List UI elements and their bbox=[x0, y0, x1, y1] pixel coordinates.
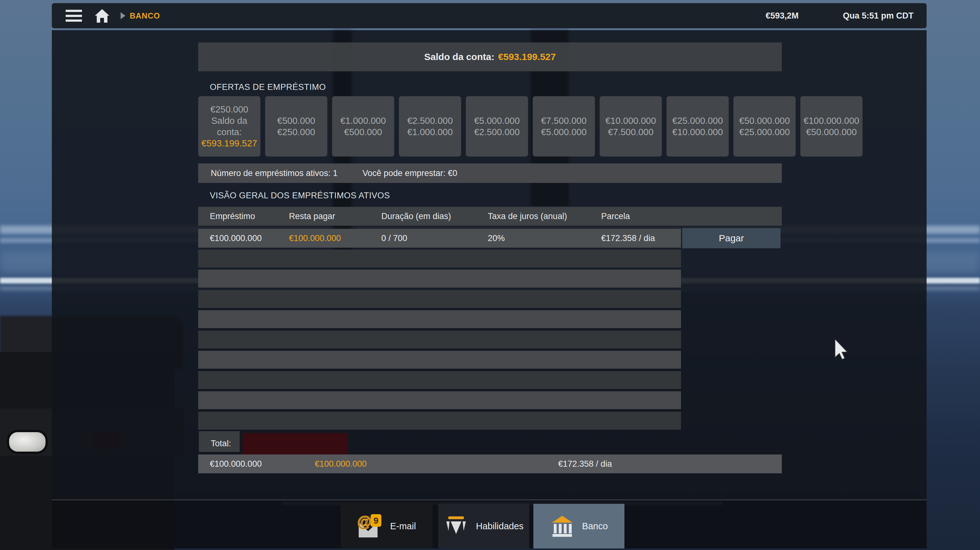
nav-item-bank[interactable]: Banco bbox=[533, 504, 624, 548]
table-row-empty bbox=[198, 391, 681, 409]
loan-offer-amount: €1.000.000 bbox=[334, 115, 392, 126]
bank-icon bbox=[550, 514, 574, 538]
column-header: Duração (em dias) bbox=[381, 207, 451, 226]
loan-offer-amount: €250.000 bbox=[200, 104, 258, 115]
svg-text:@: @ bbox=[358, 513, 371, 530]
loan-offer-amount: €2.500.000 bbox=[401, 115, 459, 126]
email-icon: @ 9 bbox=[358, 513, 383, 539]
column-header: Taxa de juros (anual) bbox=[488, 207, 567, 226]
loan-offer-amount: €50.000.000 bbox=[803, 126, 860, 138]
loan-offer-tile[interactable]: €25.000.000€10.000.000 bbox=[667, 96, 729, 156]
loan-offer-amount: €5.000.000 bbox=[468, 115, 526, 126]
loan-offer-balance-highlight: €593.199.527 bbox=[200, 138, 258, 149]
column-header: Resta pagar bbox=[289, 207, 335, 226]
total-label: Total: bbox=[211, 439, 231, 448]
table-row-empty bbox=[198, 412, 681, 430]
table-row-empty bbox=[198, 290, 681, 308]
nav-label-skills: Habilidades bbox=[476, 521, 523, 531]
nav-item-email[interactable]: @ 9 E-mail bbox=[341, 504, 433, 548]
total-loan-amount: €100.000.000 bbox=[210, 454, 262, 473]
loan-duration: 0 / 700 bbox=[381, 229, 407, 248]
loan-offer-amount: €7.500.000 bbox=[602, 126, 660, 138]
loan-offer-amount: €500.000 bbox=[267, 115, 325, 126]
column-header: Parcela bbox=[601, 207, 630, 226]
totals-row: €100.000.000 €100.000.000 €172.358 / dia bbox=[198, 454, 782, 473]
table-row-empty bbox=[198, 371, 681, 389]
table-row-empty bbox=[198, 331, 681, 349]
active-loans-count: Número de empréstimos ativos: 1 bbox=[211, 163, 338, 183]
loan-offer-amount: €50.000.000 bbox=[736, 115, 794, 126]
interest-rate: 20% bbox=[488, 229, 505, 248]
remaining-amount: €100.000.000 bbox=[289, 229, 341, 248]
loan-offer-tile[interactable]: €2.500.000€1.000.000 bbox=[399, 96, 461, 156]
loan-offer-tile[interactable]: €50.000.000€25.000.000 bbox=[733, 96, 795, 156]
pay-loan-button[interactable]: Pagar bbox=[682, 228, 781, 248]
balance-label: Saldo da conta: bbox=[424, 51, 495, 62]
loan-offer-tile[interactable]: €1.000.000€500.000 bbox=[332, 96, 394, 156]
table-row-empty bbox=[198, 269, 681, 288]
active-loans-title: VISÃO GERAL DOS EMPRÉSTIMOS ATIVOS bbox=[210, 191, 390, 201]
column-header: Empréstimo bbox=[210, 207, 255, 226]
nav-label-bank: Banco bbox=[582, 521, 608, 531]
chevron-right-icon bbox=[121, 12, 125, 19]
loan-offer-tile[interactable]: €5.000.000€2.500.000 bbox=[466, 96, 528, 156]
loan-offer-tile[interactable]: €500.000€250.000 bbox=[265, 96, 327, 156]
table-row: €100.000.000 €100.000.000 0 / 700 20% €1… bbox=[198, 229, 681, 248]
loan-offer-tile[interactable]: €250.000Saldo da conta:€593.199.527 bbox=[198, 96, 260, 156]
balance-value: €593.199.527 bbox=[498, 51, 556, 62]
loan-offers-title: OFERTAS DE EMPRÉSTIMO bbox=[210, 82, 326, 92]
bottom-divider bbox=[52, 499, 927, 501]
mouse-cursor bbox=[834, 338, 854, 366]
email-badge: 9 bbox=[374, 516, 379, 526]
loan-offer-tile[interactable]: €100.000.000€50.000.000 bbox=[800, 96, 862, 156]
nav-item-skills[interactable]: Habilidades bbox=[438, 504, 529, 548]
loan-offer-amount: €500.000 bbox=[334, 126, 392, 138]
borrow-capacity: Você pode emprestar: €0 bbox=[363, 163, 457, 183]
loan-offer-amount: €1.000.000 bbox=[401, 126, 459, 138]
loan-offer-amount: €10.000.000 bbox=[602, 115, 660, 126]
total-daily-installment: €172.358 / dia bbox=[558, 454, 612, 473]
truck-headlight bbox=[7, 430, 48, 454]
loan-offer-amount: €2.500.000 bbox=[468, 126, 526, 138]
loan-status-bar: Número de empréstimos ativos: 1 Você pod… bbox=[198, 163, 782, 183]
loan-offer-amount: €250.000 bbox=[267, 126, 325, 138]
account-money: €593,2M bbox=[751, 11, 813, 21]
game-clock: Qua 5:51 pm CDT bbox=[828, 11, 929, 21]
loan-offer-list: €250.000Saldo da conta:€593.199.527€500.… bbox=[198, 96, 862, 156]
top-bar: BANCO €593,2M Qua 5:51 pm CDT bbox=[52, 3, 927, 28]
loan-amount: €100.000.000 bbox=[210, 229, 262, 248]
table-row-empty bbox=[198, 310, 681, 328]
loan-offer-amount: €10.000.000 bbox=[669, 126, 727, 138]
total-remaining-amount: €100.000.000 bbox=[315, 454, 367, 473]
home-icon[interactable] bbox=[95, 8, 110, 23]
skills-icon bbox=[444, 514, 468, 538]
loan-offer-tile[interactable]: €7.500.000€5.000.000 bbox=[533, 96, 595, 156]
loan-offer-amount: €25.000.000 bbox=[669, 115, 727, 126]
nav-label-email: E-mail bbox=[390, 521, 416, 531]
loan-offer-amount: €7.500.000 bbox=[535, 115, 593, 126]
breadcrumb: BANCO bbox=[130, 11, 160, 21]
loan-offer-amount: Saldo da conta: bbox=[200, 115, 258, 138]
loan-offer-amount: €5.000.000 bbox=[535, 126, 593, 138]
loan-offer-amount: €100.000.000 bbox=[803, 115, 860, 126]
daily-installment: €172.358 / dia bbox=[601, 229, 655, 248]
loan-offer-tile[interactable]: €10.000.000€7.500.000 bbox=[600, 96, 662, 156]
table-header-row: EmpréstimoResta pagarDuração (em dias)Ta… bbox=[198, 207, 782, 226]
account-balance-bar: Saldo da conta: €593.199.527 bbox=[198, 42, 782, 71]
table-row-empty bbox=[198, 250, 681, 268]
loan-offer-amount: €25.000.000 bbox=[736, 126, 794, 138]
table-row-empty bbox=[198, 351, 681, 369]
menu-icon[interactable] bbox=[66, 10, 82, 22]
